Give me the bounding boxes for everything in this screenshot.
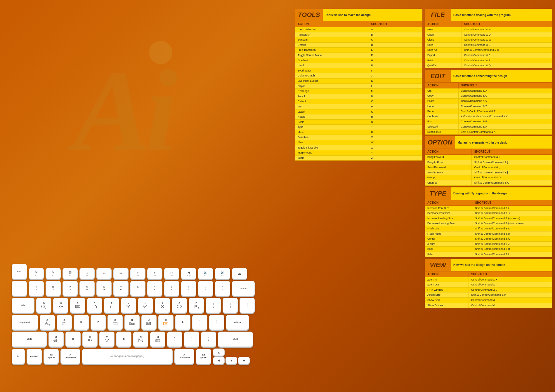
period-key[interactable]: >.	[184, 332, 199, 347]
asdf-row: caps lock A S D F G H J	[12, 315, 289, 330]
j-key[interactable]: J	[141, 315, 157, 330]
m-key[interactable]: M	[150, 332, 165, 347]
delete-key[interactable]: delete	[232, 281, 255, 296]
view-panel-subtitle: How we see the design on the screen	[451, 259, 552, 271]
action-cell: Column Graph	[295, 73, 369, 79]
table-row: ExportControl/Command & E	[425, 53, 552, 58]
4-key[interactable]: $4	[79, 281, 95, 296]
eject-key[interactable]: ⏏	[232, 268, 247, 279]
x-key[interactable]: X	[65, 332, 81, 347]
action-cell: Lasso	[295, 109, 369, 114]
shortcut-cell: Y	[369, 150, 422, 156]
l-key[interactable]: L	[175, 315, 190, 330]
f10-key[interactable]: ◀F10	[181, 268, 196, 279]
tab-key[interactable]: tab	[12, 298, 34, 313]
g-key[interactable]: G	[107, 315, 123, 330]
q-key[interactable]: Q	[36, 298, 51, 313]
r-key[interactable]: R	[87, 298, 102, 313]
7-key[interactable]: &7	[130, 281, 145, 296]
table-row: ReflectO	[295, 99, 422, 104]
p-key[interactable]: P	[189, 298, 204, 313]
comma-key[interactable]: <,	[167, 332, 182, 347]
v-key[interactable]: V	[99, 332, 115, 347]
table-row: PaintbrushB	[295, 32, 422, 37]
equals-key[interactable]: +=	[215, 281, 230, 296]
e-key[interactable]: E	[70, 298, 85, 313]
rbracket-key[interactable]: }]	[223, 298, 238, 313]
down-arrow-key[interactable]: ▼	[226, 357, 237, 364]
5-key[interactable]: %5	[96, 281, 112, 296]
f5-key[interactable]: F5	[96, 268, 112, 279]
shortcut-cell: F	[369, 53, 422, 58]
f8-key[interactable]: ⏯F8	[147, 268, 162, 279]
esc-key[interactable]: esc	[12, 264, 27, 279]
w-key[interactable]: W	[53, 298, 68, 313]
s-key[interactable]: S	[57, 315, 72, 330]
1-key[interactable]: !1	[29, 281, 44, 296]
left-option-key[interactable]: altoption	[44, 349, 59, 364]
c-key[interactable]: C	[82, 332, 98, 347]
8-key[interactable]: *8	[147, 281, 162, 296]
u-key[interactable]: U	[138, 298, 153, 313]
right-arrow-key[interactable]: ▶	[238, 357, 250, 364]
f2-key[interactable]: ☀F2	[46, 268, 61, 279]
b-key[interactable]: B	[116, 332, 131, 347]
slash-key[interactable]: ?/	[201, 332, 216, 347]
fn-key[interactable]: fn	[12, 349, 25, 364]
lbracket-key[interactable]: {[	[206, 298, 221, 313]
f6-key[interactable]: F6	[113, 268, 129, 279]
table-row: PencilN	[295, 94, 422, 99]
a-key[interactable]: A	[40, 315, 55, 330]
t-key[interactable]: T T	[104, 298, 119, 313]
shortcut-cell: Shift & Control/Command & <	[473, 211, 552, 216]
y-key[interactable]: Y	[121, 298, 136, 313]
action-cell: Live Paint Bucket	[295, 78, 369, 83]
table-row: Show GuidesControl/Command & ;	[425, 303, 552, 308]
shortcut-cell: Control/Command & Q	[462, 63, 552, 68]
minus-key[interactable]: _-	[198, 281, 213, 296]
shortcut-cell: Control/Command & O	[462, 32, 552, 37]
3-key[interactable]: #3	[63, 281, 78, 296]
f4-key[interactable]: ℹF4	[79, 268, 95, 279]
f12-key[interactable]: 🔊F12	[215, 268, 230, 279]
table-row: ScaleS	[295, 119, 422, 125]
h-key[interactable]: H	[124, 315, 140, 330]
i-key[interactable]: I	[155, 298, 170, 313]
d-key[interactable]: D	[74, 315, 89, 330]
right-command-key[interactable]: ⌘command	[174, 349, 194, 364]
f1-key[interactable]: ☀F1	[29, 268, 44, 279]
right-shift-key[interactable]: shift	[218, 332, 253, 347]
z-key[interactable]: Z	[48, 332, 64, 347]
tilde-key[interactable]: ~`	[12, 281, 27, 296]
f-key[interactable]: F	[91, 315, 106, 330]
o-key[interactable]: O	[172, 298, 187, 313]
caps-lock-key[interactable]: caps lock	[12, 315, 38, 330]
f3-key[interactable]: ⊡F3	[63, 268, 78, 279]
control-key[interactable]: control	[27, 349, 42, 364]
semicolon-key[interactable]: :;	[192, 315, 207, 330]
quote-key[interactable]: "'	[209, 315, 224, 330]
k-key[interactable]: K	[158, 315, 174, 330]
f11-key[interactable]: 🔉F11	[198, 268, 213, 279]
f9-key[interactable]: ⏭F9	[164, 268, 179, 279]
f7-key[interactable]: ⏮F7	[130, 268, 145, 279]
action-cell: Open	[425, 32, 462, 37]
right-option-key[interactable]: altoption	[196, 349, 211, 364]
action-cell: Mesh	[295, 130, 369, 135]
action-cell: Selection	[295, 135, 369, 140]
2-key[interactable]: @2	[46, 281, 61, 296]
shortcut-cell: X	[369, 145, 422, 150]
9-key[interactable]: (9	[164, 281, 179, 296]
left-shift-key[interactable]: shift	[12, 332, 47, 347]
n-key[interactable]: N	[133, 332, 148, 347]
6-key[interactable]: ^6	[113, 281, 129, 296]
0-key[interactable]: )0	[181, 281, 196, 296]
left-command-key[interactable]: ⌘command	[60, 349, 80, 364]
backslash-key[interactable]: |\	[240, 298, 255, 313]
return-key[interactable]: return	[226, 315, 249, 330]
up-arrow-key[interactable]: ▲	[213, 349, 225, 356]
left-arrow-key[interactable]: ◀	[213, 357, 225, 364]
shortcut-cell: Control/Command & Z	[458, 104, 552, 109]
space-key[interactable]: (a hongkiat.com wallpaper)	[82, 349, 173, 364]
file-col2-header: SHORTCUT	[462, 21, 552, 27]
